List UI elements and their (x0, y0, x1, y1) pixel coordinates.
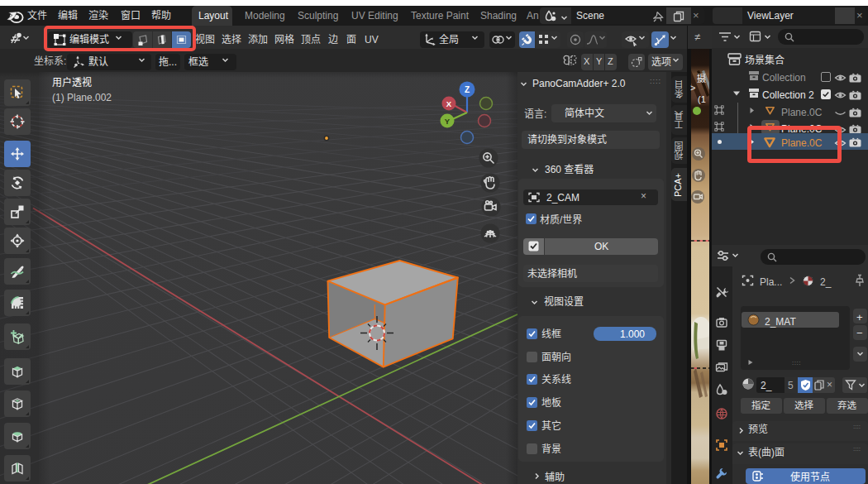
svg-text:Y: Y (445, 117, 451, 126)
svg-text:X: X (446, 99, 452, 108)
svg-text:Z: Z (465, 85, 470, 94)
